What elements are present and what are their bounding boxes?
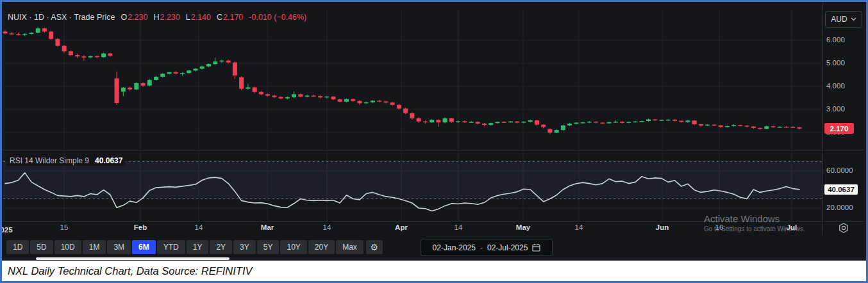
- candle-body: [784, 127, 789, 127]
- candle-body: [390, 102, 395, 105]
- settings-gear-icon[interactable]: ⚙: [366, 240, 383, 254]
- time-axis-label: 14: [455, 223, 463, 231]
- candle-body: [134, 83, 138, 90]
- candle-body: [338, 99, 342, 102]
- candle-body: [574, 123, 578, 124]
- candle-body: [75, 55, 79, 56]
- ohlc-value: 2.230: [160, 13, 179, 22]
- price-axis-label: 3.000: [826, 105, 845, 113]
- time-axis-label: Apr: [395, 223, 408, 231]
- time-axis-label: 15: [60, 223, 69, 231]
- ohlc-value: 2.230: [128, 13, 147, 22]
- candle-body: [692, 120, 697, 124]
- candle-body: [567, 124, 572, 125]
- currency-dropdown[interactable]: AUD: [825, 11, 862, 28]
- candle-body: [62, 46, 67, 52]
- rsi-indicator-legend[interactable]: RSI 14 Wilder Simple 9 40.0637: [6, 156, 126, 166]
- range-button-5d[interactable]: 5D: [30, 240, 53, 254]
- candle-body: [318, 96, 322, 97]
- candle-body: [719, 125, 723, 127]
- calendar-icon[interactable]: [532, 243, 540, 252]
- candle-body: [101, 54, 106, 58]
- candle-body: [764, 126, 769, 129]
- range-button-6m[interactable]: 6M: [132, 240, 156, 254]
- candle-body: [298, 94, 303, 97]
- candle-body: [476, 122, 480, 124]
- candle-body: [666, 120, 671, 120]
- range-toolbar: 1D5D10D1M3M6MYTD1Y2Y3Y5Y10Y20YMax⚙: [6, 240, 383, 254]
- candle-body: [685, 120, 690, 122]
- candle-body: [587, 122, 592, 122]
- candle-body: [16, 34, 21, 35]
- ohlc-value: 2.140: [191, 13, 211, 22]
- candle-body: [200, 67, 204, 69]
- candle-body: [10, 33, 14, 34]
- candle-body: [502, 122, 506, 122]
- range-button-3y[interactable]: 3Y: [233, 240, 256, 254]
- range-button-10d[interactable]: 10D: [54, 240, 81, 254]
- candle-body: [219, 61, 224, 61]
- date-from: 02-Jan-2025: [433, 243, 476, 252]
- candle-body: [187, 70, 191, 73]
- range-button-20y[interactable]: 20Y: [308, 240, 335, 254]
- time-axis-label: 14: [575, 223, 583, 231]
- currency-label: AUD: [831, 15, 847, 24]
- candle-body: [790, 127, 795, 127]
- rsi-value-badge: 40.0637: [824, 184, 858, 195]
- candle-body: [397, 105, 401, 109]
- candle-body: [371, 101, 375, 102]
- candle-body: [246, 87, 250, 88]
- price-axis-label: 4.000: [826, 82, 845, 90]
- range-button-1m[interactable]: 1M: [83, 240, 106, 254]
- symbol-legend[interactable]: NUIX · 1D · ASX · Trade Price O2.230H2.2…: [8, 13, 306, 22]
- ohlc-label: H: [153, 13, 159, 22]
- candle-body: [351, 99, 355, 101]
- candle-body: [738, 125, 742, 125]
- range-button-10y[interactable]: 10Y: [280, 240, 306, 254]
- candle-body: [731, 125, 736, 125]
- candle-body: [69, 51, 73, 55]
- candle-body: [312, 95, 316, 96]
- watermark-line1: Activate Windows: [704, 213, 805, 225]
- range-button-ytd[interactable]: YTD: [157, 240, 185, 254]
- range-button-1y[interactable]: 1Y: [187, 240, 209, 254]
- candle-body: [528, 120, 533, 122]
- candle-body: [331, 97, 336, 99]
- range-button-2y[interactable]: 2Y: [210, 240, 232, 254]
- candle-body: [594, 122, 598, 122]
- ohlc-label: O: [121, 13, 127, 22]
- candle-body: [29, 33, 33, 34]
- candle-body: [42, 28, 47, 31]
- candle-body: [600, 123, 605, 124]
- candle-body: [285, 97, 290, 99]
- range-button-1d[interactable]: 1D: [6, 240, 29, 254]
- candle-body: [272, 95, 276, 97]
- candle-body: [108, 54, 112, 56]
- time-axis-label: Jun: [656, 223, 669, 231]
- time-axis-label: 14: [323, 223, 331, 231]
- date-separator: -: [480, 243, 483, 252]
- axis-settings-icon[interactable]: [838, 222, 849, 234]
- candle-body: [778, 127, 782, 127]
- candle-body: [508, 122, 513, 122]
- date-range-picker[interactable]: 02-Jan-2025 - 02-Jul-2025: [421, 239, 553, 256]
- range-button-3m[interactable]: 3M: [107, 240, 131, 254]
- rsi-title-text: RSI 14 Wilder Simple 9: [10, 156, 89, 165]
- symbol-title: NUIX · 1D · ASX · Trade Price: [8, 13, 115, 22]
- candle-body: [699, 124, 703, 125]
- ohlc-label: L: [186, 13, 190, 22]
- candle-body: [535, 120, 539, 125]
- chart-scrollbar-thumb[interactable]: [36, 257, 230, 260]
- candle-body: [383, 101, 388, 102]
- candle-body: [121, 88, 126, 92]
- candle-body: [55, 39, 60, 46]
- candle-body: [712, 125, 716, 125]
- candle-body: [292, 94, 296, 97]
- candle-body: [403, 109, 408, 113]
- candle-body: [449, 118, 454, 122]
- range-button-5y[interactable]: 5Y: [257, 240, 280, 254]
- caption-text: NXL Daily Technical Chart, Data Source: …: [2, 265, 252, 277]
- range-button-max[interactable]: Max: [336, 240, 363, 254]
- candle-body: [640, 121, 644, 122]
- candle-body: [436, 120, 440, 122]
